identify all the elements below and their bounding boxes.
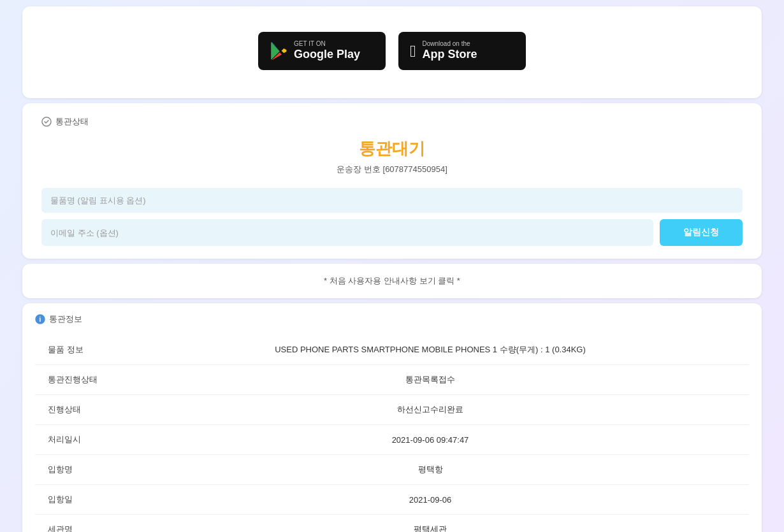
customs-info-header: i 통관정보: [35, 313, 749, 325]
table-row: 물품 정보USED PHONE PARTS SMARTPHONE MOBILE …: [35, 335, 749, 365]
tracking-number-value: 6078774550954: [385, 164, 445, 174]
app-store-button[interactable]:  Download on the App Store: [398, 32, 526, 70]
info-label: 세관명: [35, 515, 112, 533]
table-row: 진행상태하선신고수리완료: [35, 395, 749, 425]
table-row: 세관명평택세관: [35, 515, 749, 533]
customs-status-header: 통관상태: [41, 116, 743, 127]
first-use-text[interactable]: * 처음 사용자용 안내사항 보기 클릭 *: [324, 275, 460, 287]
tracking-label: 운송장 번호: [337, 164, 381, 174]
info-value: 평택세관: [112, 515, 749, 533]
google-play-button[interactable]: GET IT ON Google Play: [258, 32, 386, 70]
info-label: 처리일시: [35, 425, 112, 455]
customs-status-title: 통관대기: [41, 138, 743, 160]
customs-info-icon: i: [35, 314, 45, 324]
customs-status-card: 통관상태 통관대기 운송장 번호 [6078774550954] 알림신청: [22, 103, 762, 259]
email-row: 알림신청: [41, 219, 743, 246]
info-label: 진행상태: [35, 395, 112, 425]
info-value: USED PHONE PARTS SMARTPHONE MOBILE PHONE…: [112, 335, 749, 365]
info-value: 하선신고수리완료: [112, 395, 749, 425]
customs-status-label: 통관상태: [55, 116, 89, 127]
app-store-text: Download on the App Store: [423, 40, 477, 62]
app-store-card: GET IT ON Google Play  Download on the …: [22, 6, 762, 98]
customs-info-card: i 통관정보 물품 정보USED PHONE PARTS SMARTPHONE …: [22, 303, 762, 532]
google-play-icon: [270, 42, 287, 60]
tracking-number: 운송장 번호 [6078774550954]: [41, 164, 743, 175]
first-use-card[interactable]: * 처음 사용자용 안내사항 보기 클릭 *: [22, 264, 762, 298]
info-value: 통관목록접수: [112, 365, 749, 395]
apple-icon: : [410, 43, 416, 59]
table-row: 입항명평택항: [35, 455, 749, 485]
table-row: 입항일2021-09-06: [35, 485, 749, 515]
info-value: 2021-09-06: [112, 485, 749, 515]
google-play-name: Google Play: [294, 48, 360, 62]
google-play-label: GET IT ON: [294, 40, 360, 48]
svg-text:i: i: [40, 316, 41, 323]
main-container: GET IT ON Google Play  Download on the …: [22, 6, 762, 532]
app-store-name: App Store: [423, 48, 477, 62]
customs-info-label: 통관정보: [49, 313, 82, 325]
table-row: 통관진행상태통관목록접수: [35, 365, 749, 395]
app-buttons-section: GET IT ON Google Play  Download on the …: [41, 19, 743, 85]
info-value: 2021-09-06 09:47:47: [112, 425, 749, 455]
app-store-label: Download on the: [423, 40, 477, 48]
info-value: 평택항: [112, 455, 749, 485]
info-label: 통관진행상태: [35, 365, 112, 395]
info-label: 입항일: [35, 485, 112, 515]
info-label: 입항명: [35, 455, 112, 485]
item-name-input[interactable]: [41, 188, 743, 213]
table-row: 처리일시2021-09-06 09:47:47: [35, 425, 749, 455]
customs-status-icon: [41, 117, 52, 127]
info-label: 물품 정보: [35, 335, 112, 365]
alert-button[interactable]: 알림신청: [660, 219, 743, 246]
google-play-text: GET IT ON Google Play: [294, 40, 360, 62]
email-input[interactable]: [41, 219, 653, 246]
customs-info-table: 물품 정보USED PHONE PARTS SMARTPHONE MOBILE …: [35, 335, 749, 532]
